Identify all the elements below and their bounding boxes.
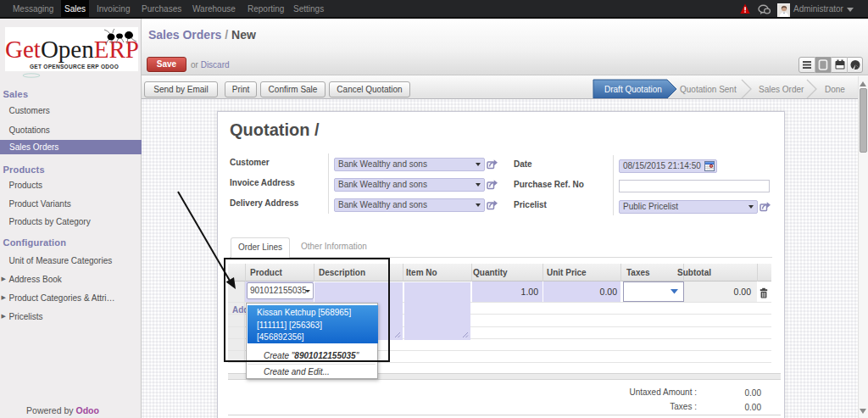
svg-text:Sales Order: Sales Order bbox=[759, 85, 804, 94]
svg-text:Quotation Sent: Quotation Sent bbox=[680, 85, 737, 94]
svg-text:Done: Done bbox=[825, 85, 845, 94]
svg-text:Draft Quotation: Draft Quotation bbox=[604, 85, 662, 94]
